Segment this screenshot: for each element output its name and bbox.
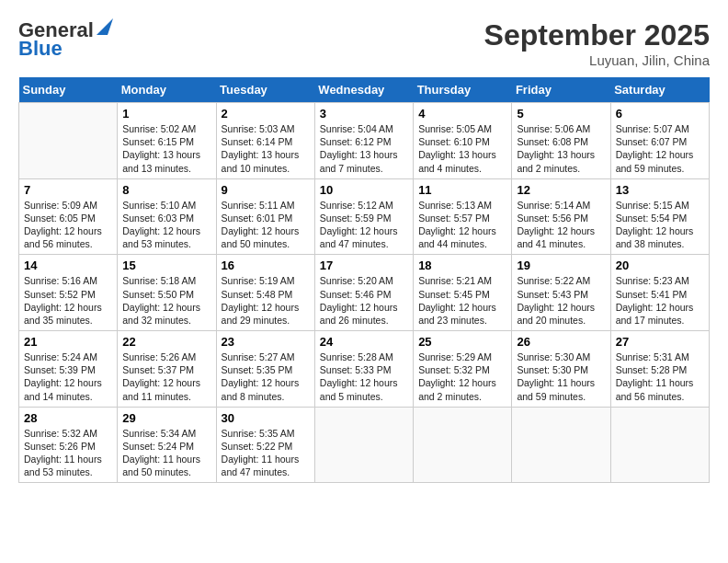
calendar-cell: 14 Sunrise: 5:16 AM Sunset: 5:52 PM Dayl… (19, 255, 118, 331)
daylight-text: Daylight: 13 hours and 4 minutes. (418, 149, 496, 173)
sunset-text: Sunset: 5:54 PM (616, 213, 688, 224)
location-text: Luyuan, Jilin, China (484, 52, 710, 68)
day-number: 23 (222, 335, 310, 349)
day-number: 10 (320, 183, 408, 197)
sunset-text: Sunset: 5:28 PM (616, 364, 688, 375)
sunset-text: Sunset: 5:52 PM (24, 289, 96, 300)
daylight-text: Daylight: 13 hours and 7 minutes. (320, 149, 398, 173)
daylight-text: Daylight: 12 hours and 35 minutes. (24, 302, 102, 326)
calendar-cell: 16 Sunrise: 5:19 AM Sunset: 5:48 PM Dayl… (216, 255, 314, 331)
day-number: 5 (517, 107, 605, 121)
cell-info: Sunrise: 5:31 AM Sunset: 5:28 PM Dayligh… (616, 350, 704, 403)
daylight-text: Daylight: 12 hours and 32 minutes. (122, 302, 200, 326)
cell-info: Sunrise: 5:18 AM Sunset: 5:50 PM Dayligh… (122, 274, 210, 327)
weekday-header: Monday (118, 77, 216, 103)
sunrise-text: Sunrise: 5:19 AM (222, 275, 295, 286)
calendar-cell: 2 Sunrise: 5:03 AM Sunset: 6:14 PM Dayli… (216, 103, 314, 179)
day-number: 25 (418, 335, 506, 349)
day-number: 28 (24, 411, 112, 425)
daylight-text: Daylight: 13 hours and 2 minutes. (517, 149, 595, 173)
sunrise-text: Sunrise: 5:24 AM (24, 351, 97, 362)
calendar-cell: 7 Sunrise: 5:09 AM Sunset: 6:05 PM Dayli… (19, 178, 118, 255)
weekday-header: Friday (512, 77, 610, 103)
calendar-cell: 9 Sunrise: 5:11 AM Sunset: 6:01 PM Dayli… (216, 178, 314, 255)
cell-info: Sunrise: 5:28 AM Sunset: 5:33 PM Dayligh… (320, 350, 408, 403)
calendar-cell: 8 Sunrise: 5:10 AM Sunset: 6:03 PM Dayli… (118, 178, 216, 255)
sunrise-text: Sunrise: 5:35 AM (222, 428, 295, 439)
weekday-header: Saturday (610, 77, 709, 103)
cell-info: Sunrise: 5:13 AM Sunset: 5:57 PM Dayligh… (418, 199, 506, 251)
logo-wing-icon (95, 17, 115, 37)
sunrise-text: Sunrise: 5:03 AM (222, 123, 295, 134)
sunset-text: Sunset: 6:03 PM (122, 213, 194, 224)
day-number: 27 (616, 335, 704, 349)
daylight-text: Daylight: 13 hours and 10 minutes. (222, 149, 300, 173)
calendar-week-row: 21 Sunrise: 5:24 AM Sunset: 5:39 PM Dayl… (19, 331, 710, 408)
sunset-text: Sunset: 6:12 PM (320, 136, 392, 147)
sunset-text: Sunset: 5:39 PM (24, 364, 96, 375)
sunrise-text: Sunrise: 5:14 AM (517, 200, 590, 211)
weekday-header: Wednesday (314, 77, 413, 103)
daylight-text: Daylight: 12 hours and 23 minutes. (418, 302, 496, 326)
day-number: 30 (222, 411, 310, 425)
cell-info: Sunrise: 5:02 AM Sunset: 6:15 PM Dayligh… (122, 122, 210, 175)
svg-marker-0 (97, 18, 113, 35)
calendar-cell: 1 Sunrise: 5:02 AM Sunset: 6:15 PM Dayli… (118, 103, 216, 179)
sunrise-text: Sunrise: 5:09 AM (24, 200, 97, 211)
sunrise-text: Sunrise: 5:21 AM (418, 275, 492, 286)
day-number: 20 (616, 259, 704, 272)
sunrise-text: Sunrise: 5:12 AM (320, 200, 393, 211)
cell-info: Sunrise: 5:15 AM Sunset: 5:54 PM Dayligh… (616, 199, 704, 251)
sunset-text: Sunset: 5:37 PM (122, 364, 194, 375)
sunset-text: Sunset: 6:10 PM (418, 136, 490, 147)
day-number: 3 (320, 107, 408, 121)
day-number: 1 (122, 107, 210, 121)
daylight-text: Daylight: 12 hours and 38 minutes. (616, 225, 694, 249)
sunset-text: Sunset: 6:08 PM (517, 136, 588, 147)
sunset-text: Sunset: 6:01 PM (222, 213, 293, 224)
logo: General Blue (18, 18, 115, 61)
page-header: General Blue September 2025 Luyuan, Jili… (18, 18, 710, 68)
day-number: 12 (517, 183, 605, 197)
cell-info: Sunrise: 5:11 AM Sunset: 6:01 PM Dayligh… (222, 199, 310, 251)
sunset-text: Sunset: 5:45 PM (418, 289, 490, 300)
calendar-cell: 17 Sunrise: 5:20 AM Sunset: 5:46 PM Dayl… (314, 255, 413, 331)
calendar-cell: 19 Sunrise: 5:22 AM Sunset: 5:43 PM Dayl… (512, 255, 610, 331)
cell-info: Sunrise: 5:21 AM Sunset: 5:45 PM Dayligh… (418, 274, 506, 327)
calendar-cell (19, 103, 118, 179)
cell-info: Sunrise: 5:03 AM Sunset: 6:14 PM Dayligh… (222, 122, 310, 175)
daylight-text: Daylight: 12 hours and 26 minutes. (320, 302, 398, 326)
calendar-cell: 26 Sunrise: 5:30 AM Sunset: 5:30 PM Dayl… (512, 331, 610, 408)
sunset-text: Sunset: 6:14 PM (222, 136, 293, 147)
day-number: 21 (24, 335, 112, 349)
calendar-cell (610, 407, 709, 483)
calendar-cell: 22 Sunrise: 5:26 AM Sunset: 5:37 PM Dayl… (118, 331, 216, 408)
calendar-cell: 23 Sunrise: 5:27 AM Sunset: 5:35 PM Dayl… (216, 331, 314, 408)
sunrise-text: Sunrise: 5:11 AM (222, 200, 295, 211)
cell-info: Sunrise: 5:06 AM Sunset: 6:08 PM Dayligh… (517, 122, 605, 175)
sunrise-text: Sunrise: 5:34 AM (122, 428, 196, 439)
daylight-text: Daylight: 12 hours and 5 minutes. (320, 377, 398, 401)
calendar-cell (512, 407, 610, 483)
cell-info: Sunrise: 5:24 AM Sunset: 5:39 PM Dayligh… (24, 350, 112, 403)
calendar-cell (414, 407, 512, 483)
cell-info: Sunrise: 5:34 AM Sunset: 5:24 PM Dayligh… (122, 427, 210, 479)
day-number: 18 (418, 259, 506, 272)
sunrise-text: Sunrise: 5:05 AM (418, 123, 492, 134)
cell-info: Sunrise: 5:16 AM Sunset: 5:52 PM Dayligh… (24, 274, 112, 327)
calendar-cell: 18 Sunrise: 5:21 AM Sunset: 5:45 PM Dayl… (414, 255, 512, 331)
weekday-header: Thursday (414, 77, 512, 103)
calendar-cell: 13 Sunrise: 5:15 AM Sunset: 5:54 PM Dayl… (610, 178, 709, 255)
sunset-text: Sunset: 6:15 PM (122, 136, 194, 147)
day-number: 24 (320, 335, 408, 349)
weekday-header: Tuesday (216, 77, 314, 103)
daylight-text: Daylight: 11 hours and 50 minutes. (122, 454, 200, 477)
sunset-text: Sunset: 5:57 PM (418, 213, 490, 224)
cell-info: Sunrise: 5:35 AM Sunset: 5:22 PM Dayligh… (222, 427, 310, 479)
day-number: 13 (616, 183, 704, 197)
cell-info: Sunrise: 5:29 AM Sunset: 5:32 PM Dayligh… (418, 350, 506, 403)
daylight-text: Daylight: 12 hours and 17 minutes. (616, 302, 694, 326)
sunrise-text: Sunrise: 5:04 AM (320, 123, 393, 134)
sunset-text: Sunset: 5:59 PM (320, 213, 392, 224)
calendar-header-row: SundayMondayTuesdayWednesdayThursdayFrid… (19, 77, 710, 103)
